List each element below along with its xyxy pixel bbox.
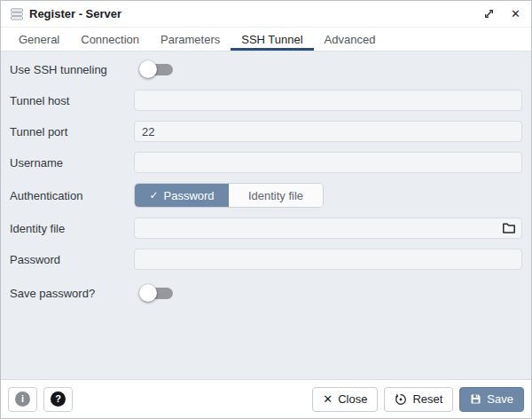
footer-bar: i ? ✕ Close Reset (1, 379, 531, 418)
auth-option-password[interactable]: ✓ Password (135, 184, 229, 207)
info-button[interactable]: i (8, 387, 37, 412)
use-ssh-label: Use SSH tunneling (10, 63, 134, 76)
password-label: Password (10, 253, 134, 266)
auth-option-password-label: Password (163, 189, 214, 202)
dialog-title: Register - Server (29, 7, 121, 20)
toggle-knob (139, 60, 157, 78)
form-row-save-password: Save password? (10, 282, 522, 304)
auth-option-identity-file[interactable]: Identity file (229, 184, 323, 207)
reset-button-label: Reset (412, 392, 442, 406)
server-icon (10, 7, 24, 21)
use-ssh-toggle[interactable] (139, 60, 176, 78)
tab-bar: General Connection Parameters SSH Tunnel… (1, 28, 531, 51)
close-button-label: Close (338, 392, 367, 406)
save-icon (470, 393, 481, 405)
identity-file-input[interactable] (134, 217, 522, 239)
form-row-authentication: Authentication ✓ Password Identity file (10, 183, 522, 208)
save-password-toggle[interactable] (139, 284, 176, 302)
title-bar: Register - Server ✕ (1, 1, 531, 28)
save-button-label: Save (487, 392, 513, 406)
authentication-toggle-group: ✓ Password Identity file (134, 183, 324, 208)
expand-icon[interactable] (481, 6, 497, 21)
save-button[interactable]: Save (459, 387, 524, 412)
tab-parameters[interactable]: Parameters (150, 28, 231, 51)
folder-browse-icon[interactable] (502, 222, 516, 234)
tunnel-port-input[interactable] (134, 121, 522, 142)
auth-option-identity-file-label: Identity file (248, 189, 303, 202)
close-x-icon: ✕ (323, 393, 332, 405)
tunnel-host-input[interactable] (134, 90, 522, 111)
help-icon: ? (51, 391, 66, 407)
form-row-password: Password (10, 249, 522, 270)
reset-button[interactable]: Reset (384, 387, 453, 412)
form-row-tunnel-port: Tunnel port (10, 121, 522, 142)
close-icon[interactable]: ✕ (509, 6, 522, 21)
close-button[interactable]: ✕ Close (312, 387, 378, 412)
tab-general[interactable]: General (8, 28, 70, 51)
tab-advanced[interactable]: Advanced (314, 28, 387, 51)
username-label: Username (10, 156, 134, 170)
tab-ssh-tunnel[interactable]: SSH Tunnel (231, 28, 313, 51)
help-button[interactable]: ? (43, 387, 73, 412)
tunnel-host-label: Tunnel host (10, 94, 134, 107)
form-row-use-ssh: Use SSH tunneling (10, 59, 522, 80)
username-input[interactable] (134, 152, 522, 173)
form-row-username: Username (10, 152, 522, 173)
tunnel-port-label: Tunnel port (10, 125, 134, 138)
save-password-label: Save password? (10, 287, 134, 300)
info-icon: i (15, 391, 30, 407)
form-body: Use SSH tunneling Tunnel host Tunnel por… (1, 51, 531, 379)
identity-file-label: Identity file (10, 222, 134, 235)
reset-icon (395, 393, 407, 406)
authentication-label: Authentication (10, 189, 134, 202)
form-row-identity-file: Identity file (10, 217, 522, 239)
toggle-knob (139, 284, 157, 302)
check-icon: ✓ (149, 189, 158, 202)
tab-connection[interactable]: Connection (70, 28, 150, 51)
password-input[interactable] (134, 249, 522, 270)
form-row-tunnel-host: Tunnel host (10, 90, 522, 111)
register-server-dialog: Register - Server ✕ General Connection P… (0, 0, 532, 419)
